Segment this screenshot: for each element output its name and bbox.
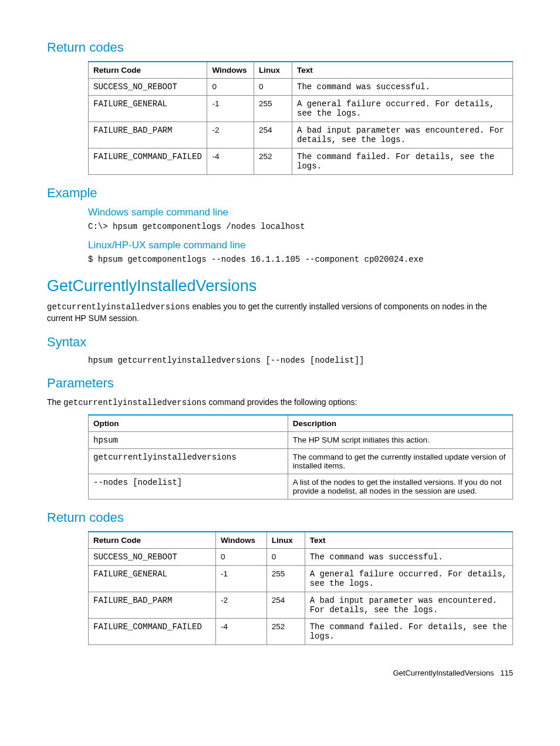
cell: 255 <box>266 565 305 592</box>
cell: A general failure occurred. For details,… <box>292 96 513 122</box>
cell: -2 <box>207 122 254 148</box>
cell: getcurrentlyinstalledversions <box>89 448 288 474</box>
heading-windows-sample: Windows sample command line <box>88 207 513 218</box>
heading-return-codes-1: Return codes <box>47 40 513 55</box>
heading-parameters: Parameters <box>47 376 513 391</box>
cell: The command was successful. <box>305 548 512 565</box>
th-linux: Linux <box>254 62 292 79</box>
cell: 252 <box>254 148 292 175</box>
cell: 254 <box>254 122 292 148</box>
cell: 254 <box>266 592 305 618</box>
text: The <box>47 397 63 407</box>
table-row: SUCCESS_NO_REBOOT 0 0 The command was su… <box>89 79 513 96</box>
cell: A general failure occurred. For details,… <box>305 565 512 592</box>
code-windows-sample: C:\> hpsum getcomponentlogs /nodes local… <box>88 222 513 231</box>
code-inline: getcurrentlyinstalledversions <box>47 302 190 312</box>
paragraph-getcurrent-intro: getcurrentlyinstalledversions enables yo… <box>47 301 513 324</box>
cell: 0 <box>266 548 305 565</box>
th-linux: Linux <box>266 532 305 549</box>
cell: -1 <box>207 96 254 122</box>
cell: FAILURE_BAD_PARM <box>89 592 216 618</box>
footer-title: GetCurrentlyInstalledVersions <box>393 669 494 677</box>
table-return-codes-2: Return Code Windows Linux Text SUCCESS_N… <box>88 531 513 645</box>
cell: -2 <box>215 592 266 618</box>
heading-example: Example <box>47 185 513 201</box>
cell: The command to get the currently install… <box>288 448 512 474</box>
code-syntax: hpsum getcurrentlyinstalledversions [--n… <box>88 356 513 365</box>
table-row: FAILURE_BAD_PARM -2 254 A bad input para… <box>89 122 513 148</box>
heading-getcurrentlyinstalledversions: GetCurrentlyInstalledVersions <box>47 277 513 295</box>
cell: FAILURE_GENERAL <box>89 96 207 122</box>
table-row: SUCCESS_NO_REBOOT 0 0 The command was su… <box>89 548 513 565</box>
cell: -4 <box>207 148 254 175</box>
cell: 0 <box>207 79 254 96</box>
cell: --nodes [nodelist] <box>89 474 288 499</box>
table-row: --nodes [nodelist] A list of the nodes t… <box>89 474 513 499</box>
code-inline: getcurrentlyinstalledversions <box>63 398 207 407</box>
cell: The HP SUM script initiates this action. <box>288 431 512 448</box>
cell: The command failed. For details, see the… <box>292 148 513 175</box>
table-row: FAILURE_GENERAL -1 255 A general failure… <box>89 96 513 122</box>
table-parameters: Option Description hpsum The HP SUM scri… <box>88 414 513 499</box>
heading-return-codes-2: Return codes <box>47 510 513 525</box>
cell: 0 <box>254 79 292 96</box>
cell: FAILURE_COMMAND_FAILED <box>89 618 216 644</box>
cell: FAILURE_GENERAL <box>89 565 216 592</box>
heading-syntax: Syntax <box>47 335 513 350</box>
cell: SUCCESS_NO_REBOOT <box>89 548 216 565</box>
th-windows: Windows <box>215 532 266 549</box>
cell: The command was successful. <box>292 79 513 96</box>
cell: -1 <box>215 565 266 592</box>
th-option: Option <box>89 415 288 432</box>
text: command provides the following options: <box>207 397 357 407</box>
table-return-codes-1: Return Code Windows Linux Text SUCCESS_N… <box>88 61 513 175</box>
cell: FAILURE_COMMAND_FAILED <box>89 148 207 175</box>
cell: The command failed. For details, see the… <box>305 618 512 644</box>
heading-linux-sample: Linux/HP-UX sample command line <box>88 239 513 251</box>
table-row: FAILURE_GENERAL -1 255 A general failure… <box>89 565 513 592</box>
th-windows: Windows <box>207 62 254 79</box>
cell: A list of the nodes to get the installed… <box>288 474 512 499</box>
th-description: Description <box>288 415 512 432</box>
cell: hpsum <box>89 431 288 448</box>
table-row: getcurrentlyinstalledversions The comman… <box>89 448 513 474</box>
code-linux-sample: $ hpsum getcomponentlogs --nodes 16.1.1.… <box>88 255 513 264</box>
cell: A bad input parameter was encountered. F… <box>305 592 512 618</box>
th-text: Text <box>305 532 512 549</box>
table-row: FAILURE_BAD_PARM -2 254 A bad input para… <box>89 592 513 618</box>
th-text: Text <box>292 62 513 79</box>
th-return-code: Return Code <box>89 532 216 549</box>
table-row: hpsum The HP SUM script initiates this a… <box>89 431 513 448</box>
cell: 255 <box>254 96 292 122</box>
th-return-code: Return Code <box>89 62 207 79</box>
paragraph-parameters-intro: The getcurrentlyinstalledversions comman… <box>47 397 513 409</box>
cell: 0 <box>215 548 266 565</box>
footer-page-number: 115 <box>500 669 513 677</box>
table-row: FAILURE_COMMAND_FAILED -4 252 The comman… <box>89 148 513 175</box>
cell: -4 <box>215 618 266 644</box>
page-footer: GetCurrentlyInstalledVersions 115 <box>47 669 513 677</box>
cell: SUCCESS_NO_REBOOT <box>89 79 207 96</box>
cell: FAILURE_BAD_PARM <box>89 122 207 148</box>
cell: A bad input parameter was encountered. F… <box>292 122 513 148</box>
table-row: FAILURE_COMMAND_FAILED -4 252 The comman… <box>89 618 513 644</box>
cell: 252 <box>266 618 305 644</box>
